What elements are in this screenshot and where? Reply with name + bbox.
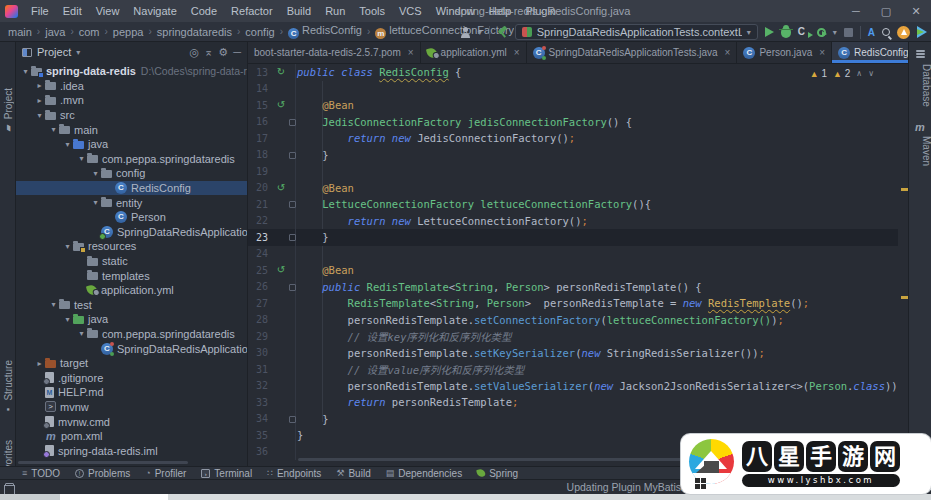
chevron-right-icon[interactable]: ▸ [34,96,45,105]
tab-close-icon[interactable]: × [514,47,520,58]
tree-item-application-yml[interactable]: application.yml [16,283,247,298]
chevron-down-icon[interactable]: ▾ [76,154,87,163]
tree-item-springdataredisapplication[interactable]: CSpringDataRedisApplication [16,225,247,240]
chevron-right-icon[interactable]: ▸ [34,359,45,368]
user-icon[interactable] [460,27,471,38]
tree-item-com-peppa-springdataredis[interactable]: ▾com.peppa.springdataredis [16,152,247,167]
code-line-20[interactable]: 20↺ @Bean [248,180,898,197]
chevron-down-icon[interactable]: ▾ [48,125,59,134]
tree-item-static[interactable]: static [16,254,247,269]
project-scrollbar[interactable] [18,461,188,464]
chevron-down-icon[interactable]: ▾ [76,329,87,338]
update-notification-icon[interactable] [897,26,910,39]
menu-run[interactable]: Run [318,5,352,17]
menu-build[interactable]: Build [280,5,318,17]
translate-icon[interactable]: A [868,27,875,38]
menu-edit[interactable]: Edit [56,5,89,17]
toolwindow-problems[interactable]: !Problems [75,468,130,479]
code-line-15[interactable]: 15↺ @Bean [248,97,898,114]
tree-item-config[interactable]: ▾config [16,166,247,181]
code-line-33[interactable]: 33 return personRedisTemplate; [248,394,898,411]
menu-code[interactable]: Code [184,5,224,17]
tool-stripe-project[interactable]: ▰ Project [0,88,16,133]
tree-item-mvnw-cmd[interactable]: mvnw.cmd [16,414,247,429]
tree-item-com-peppa-springdataredis[interactable]: ▾com.peppa.springdataredis [16,327,247,342]
tree-item-person[interactable]: CPerson [16,210,247,225]
chevron-down-icon[interactable]: ▾ [62,140,73,149]
code-line-27[interactable]: 27 RedisTemplate<String, Person> personR… [248,295,898,312]
toolwindow-todo[interactable]: ≡TODO [22,468,60,479]
toolwindow-terminal[interactable]: ›Terminal [201,468,252,479]
toolwindow-dependencies[interactable]: ▤Dependencies [386,468,462,479]
stop-button[interactable] [844,28,853,37]
minimize-button[interactable]: ─ [841,0,871,22]
run-configuration-combo[interactable]: SpringDataRedisApplicationTests.contextL… [515,24,758,40]
tree-item-redisconfig[interactable]: CRedisConfig [16,181,247,196]
tab-redisconfig-java[interactable]: CRedisConfig.java× [832,42,908,63]
tab-springdataredisapplicationtests-java[interactable]: CSpringDataRedisApplicationTests.java× [527,42,738,63]
tree-item-pom-xml[interactable]: mpom.xml [16,429,247,444]
project-panel-title[interactable]: Project [37,46,71,58]
user-dropdown-icon[interactable]: ▾ [478,28,482,37]
toolwindow-build[interactable]: ⚒Build [336,468,370,479]
tab-person-java[interactable]: CPerson.java× [737,42,832,63]
code-line-19[interactable]: 19 [248,163,898,180]
code-line-23[interactable]: 23 } [248,229,898,246]
code-line-25[interactable]: 25↺ @Bean [248,262,898,279]
code-line-30[interactable]: 30 personRedisTemplate.setKeySerializer(… [248,345,898,362]
hide-panel-icon[interactable]: ─ [233,46,241,58]
fold-marker-icon[interactable] [288,411,296,428]
run-button[interactable] [765,27,774,37]
breadcrumb-springdataredis[interactable]: springdataredis [157,26,232,38]
toolwindow-endpoints[interactable]: ∷Endpoints [267,468,321,479]
breadcrumb-class[interactable]: CRedisConfig [288,24,362,39]
tool-stripe-maven[interactable]: Maven [909,136,931,166]
locate-file-icon[interactable]: ◎ [190,46,200,59]
tab-close-icon[interactable]: × [408,47,414,58]
tab-close-icon[interactable]: × [819,47,825,58]
profiler-button[interactable] [817,28,826,37]
bean-gutter-icon[interactable]: ↺ [274,100,288,110]
tree-item-gitignore[interactable]: .gitignore [16,370,247,385]
fold-marker-icon[interactable] [288,229,296,246]
tree-item-idea[interactable]: ▸.idea [16,79,247,94]
menu-refactor[interactable]: Refactor [224,5,280,17]
tab-close-icon[interactable]: × [725,47,731,58]
code-line-18[interactable]: 18 } [248,147,898,164]
tree-item-resources[interactable]: ▾resources [16,239,247,254]
chevron-right-icon[interactable]: ▸ [34,81,45,90]
breadcrumb-main[interactable]: main [8,26,32,38]
tree-item-java[interactable]: ▾java [16,312,247,327]
code-line-13[interactable]: 13↻public class RedisConfig { [248,64,898,81]
code-line-21[interactable]: 21 LettuceConnectionFactory lettuceConne… [248,196,898,213]
collapse-all-icon[interactable]: ⌅ [204,46,213,59]
toolwindow-profiler[interactable]: ◔Profiler [145,468,186,479]
breadcrumb-com[interactable]: com [79,26,100,38]
search-icon[interactable] [882,28,890,36]
tree-item-entity[interactable]: ▾entity [16,195,247,210]
tree-item-java[interactable]: ▾java [16,137,247,152]
tree-item-spring-data-redis[interactable]: ▾spring-data-redisD:\Codes\spring-data-r… [16,64,247,79]
code-line-24[interactable]: 24 [248,246,898,263]
coverage-button[interactable]: C [798,26,810,38]
run-more-chevron-icon[interactable]: ▾ [833,28,837,37]
code-line-28[interactable]: 28 personRedisTemplate.setConnectionFact… [248,312,898,329]
chevron-down-icon[interactable]: ▾ [48,300,59,309]
code-line-14[interactable]: 14 [248,81,898,98]
breadcrumb-config[interactable]: config [245,26,274,38]
tree-item-target[interactable]: ▸target [16,356,247,371]
fold-marker-icon[interactable] [288,279,296,296]
chevron-down-icon[interactable]: ▾ [90,198,101,207]
tree-item-springdataredisapplicationtest[interactable]: CSpringDataRedisApplicationTest [16,341,247,356]
tree-item-mvn[interactable]: ▸.mvn [16,93,247,108]
fold-marker-icon[interactable] [288,114,296,131]
chevron-down-icon[interactable]: ▾ [62,242,73,251]
panel-settings-gear-icon[interactable]: ⚙ [218,46,228,59]
warning-stripe-mark[interactable] [901,188,908,191]
code-line-26[interactable]: 26 public RedisTemplate<String, Person> … [248,279,898,296]
chevron-down-icon[interactable]: ▾ [62,315,73,324]
menu-view[interactable]: View [89,5,127,17]
code-line-17[interactable]: 17 return new JedisConnectionFactory(); [248,130,898,147]
toolwindow-spring[interactable]: Spring [477,468,518,479]
build-hammer-icon[interactable] [497,27,508,38]
